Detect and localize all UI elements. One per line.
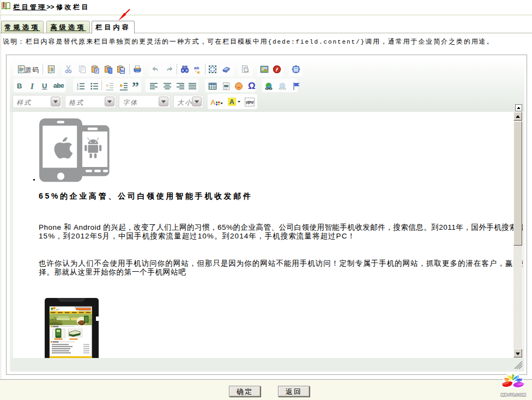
svg-text:c: c: [198, 70, 201, 74]
svg-text:#P#: #P#: [246, 100, 254, 105]
svg-text:3: 3: [77, 87, 78, 91]
svg-text:A: A: [210, 98, 216, 106]
svg-text:MBSU.COM: MBSU.COM: [501, 392, 526, 397]
svg-text:W: W: [120, 69, 125, 74]
svg-text:A: A: [229, 98, 234, 106]
